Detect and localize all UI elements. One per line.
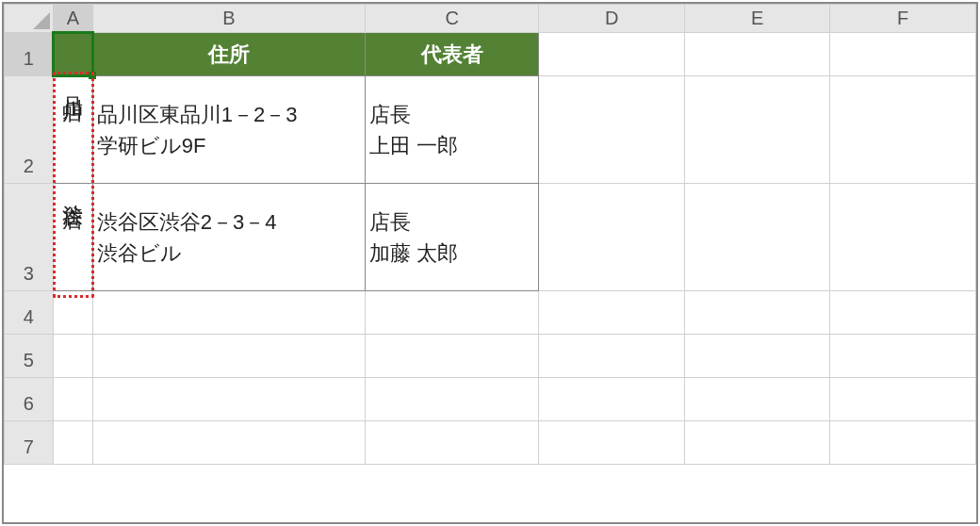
col-header-B[interactable]: B bbox=[92, 5, 365, 33]
cell-B7[interactable] bbox=[92, 421, 365, 465]
cell-D3[interactable] bbox=[539, 184, 685, 291]
cell-E3[interactable] bbox=[684, 184, 830, 291]
row-header-7[interactable]: 7 bbox=[5, 421, 54, 465]
cell-E1[interactable] bbox=[684, 33, 830, 76]
cell-C3[interactable]: 店長 加藤 太郎 bbox=[365, 184, 538, 291]
cell-E5[interactable] bbox=[684, 335, 830, 378]
cell-A1[interactable] bbox=[53, 33, 92, 76]
cell-B4[interactable] bbox=[92, 291, 365, 335]
cell-F2[interactable] bbox=[830, 76, 976, 184]
fill-handle[interactable] bbox=[89, 72, 96, 79]
cell-C7[interactable] bbox=[365, 421, 538, 465]
row-7: 7 bbox=[5, 421, 976, 465]
row-1: 1 住所 代表者 bbox=[5, 33, 976, 76]
column-header-row: A B C D E F bbox=[5, 5, 976, 33]
cell-D2[interactable] bbox=[539, 76, 685, 184]
col-header-E[interactable]: E bbox=[684, 5, 830, 33]
cell-E2[interactable] bbox=[684, 76, 830, 184]
cell-E4[interactable] bbox=[684, 291, 830, 335]
cell-F6[interactable] bbox=[830, 378, 976, 421]
cell-B2[interactable]: 品川区東品川1－2－3 学研ビル9F bbox=[92, 76, 365, 184]
cell-B5[interactable] bbox=[92, 335, 365, 378]
cell-F7[interactable] bbox=[830, 421, 976, 465]
cell-A3[interactable]: 渋谷店 bbox=[53, 184, 92, 291]
spreadsheet: A B C D E F 1 住所 代表者 2 品川 bbox=[2, 2, 978, 524]
row-4: 4 bbox=[5, 291, 976, 335]
row-3: 3 渋谷店 渋谷区渋谷2－3－4 渋谷ビル 店長 加藤 太郎 bbox=[5, 184, 976, 291]
col-header-D[interactable]: D bbox=[539, 5, 685, 33]
cell-C4[interactable] bbox=[365, 291, 538, 335]
cell-C6[interactable] bbox=[365, 378, 538, 421]
grid-table: A B C D E F 1 住所 代表者 2 品川 bbox=[4, 4, 976, 465]
cell-C2[interactable]: 店長 上田 一郎 bbox=[365, 76, 538, 184]
cell-B1[interactable]: 住所 bbox=[92, 33, 365, 76]
cell-A5[interactable] bbox=[53, 335, 92, 378]
row-2: 2 品川店 品川区東品川1－2－3 学研ビル9F 店長 上田 一郎 bbox=[5, 76, 976, 184]
cell-A6[interactable] bbox=[53, 378, 92, 421]
cell-D1[interactable] bbox=[539, 33, 685, 76]
cell-A4[interactable] bbox=[53, 291, 92, 335]
row-header-6[interactable]: 6 bbox=[5, 378, 54, 421]
col-header-C[interactable]: C bbox=[365, 5, 538, 33]
row-5: 5 bbox=[5, 335, 976, 378]
grid-wrapper: A B C D E F 1 住所 代表者 2 品川 bbox=[4, 4, 976, 465]
cell-D4[interactable] bbox=[539, 291, 685, 335]
selection-box bbox=[52, 31, 94, 77]
row-header-1[interactable]: 1 bbox=[5, 33, 54, 76]
cell-D6[interactable] bbox=[539, 378, 685, 421]
row-header-2[interactable]: 2 bbox=[5, 76, 54, 184]
cell-C5[interactable] bbox=[365, 335, 538, 378]
row-6: 6 bbox=[5, 378, 976, 421]
cell-D7[interactable] bbox=[539, 421, 685, 465]
cell-B6[interactable] bbox=[92, 378, 365, 421]
cell-E7[interactable] bbox=[684, 421, 830, 465]
cell-F4[interactable] bbox=[830, 291, 976, 335]
col-header-F[interactable]: F bbox=[830, 5, 976, 33]
cell-F3[interactable] bbox=[830, 184, 976, 291]
col-header-A[interactable]: A bbox=[53, 5, 92, 33]
cell-B3[interactable]: 渋谷区渋谷2－3－4 渋谷ビル bbox=[92, 184, 365, 291]
cell-E6[interactable] bbox=[684, 378, 830, 421]
select-all-corner[interactable] bbox=[5, 5, 54, 33]
row-header-3[interactable]: 3 bbox=[5, 184, 54, 291]
row-header-4[interactable]: 4 bbox=[5, 291, 54, 335]
cell-F5[interactable] bbox=[830, 335, 976, 378]
cell-A2[interactable]: 品川店 bbox=[53, 76, 92, 184]
cell-C1[interactable]: 代表者 bbox=[365, 33, 538, 76]
row-header-5[interactable]: 5 bbox=[5, 335, 54, 378]
cell-F1[interactable] bbox=[830, 33, 976, 76]
cell-D5[interactable] bbox=[539, 335, 685, 378]
cell-A7[interactable] bbox=[53, 421, 92, 465]
